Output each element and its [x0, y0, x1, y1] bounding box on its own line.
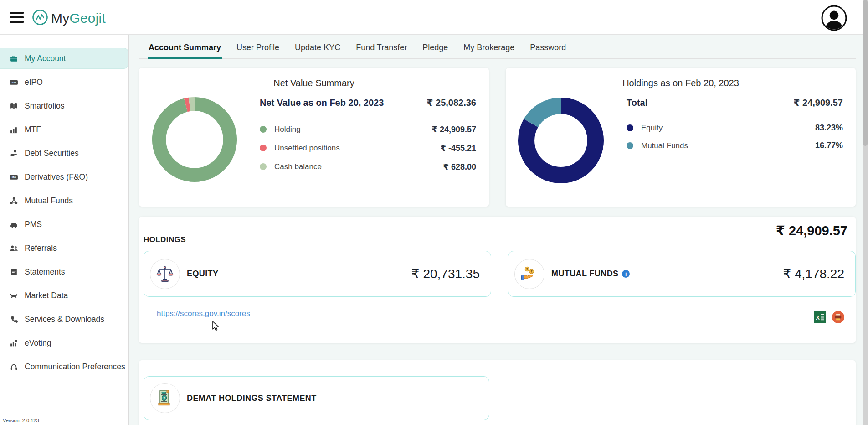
legend-row-mutual-funds: Mutual Funds 16.77%	[627, 137, 843, 155]
sidebar-item-label: Mutual Funds	[25, 196, 73, 206]
legend-value: ₹ 24,909.57	[431, 124, 476, 135]
hand-coin-icon	[9, 149, 18, 158]
net-value-summary-card: Net Value Summary Net Value as on Feb 20…	[139, 68, 489, 207]
scrollbar-thumb[interactable]	[863, 0, 868, 146]
sidebar-item-label: MTF	[25, 125, 41, 135]
sidebar-item-label: eIPO	[25, 78, 43, 87]
book-icon	[9, 101, 18, 110]
sidebar-item-label: Smartfolios	[25, 101, 65, 111]
holdings-as-on-card: Holdings as on Feb 20, 2023 Total ₹ 24,9…	[506, 68, 856, 207]
sidebar-item-pms[interactable]: PMS	[0, 214, 128, 235]
sidebar-item-label: Communication Preferences	[25, 362, 125, 372]
sidebar-item-my-account[interactable]: My Account	[0, 48, 128, 69]
net-value-as-on-label: Net Value as on Feb 20, 2023	[260, 98, 384, 108]
mutual-funds-value: ₹ 4,178.22	[783, 266, 844, 281]
total-amount: ₹ 24,909.57	[794, 97, 843, 108]
sidebar-item-eipo[interactable]: IPO eIPO	[0, 72, 128, 93]
mutual-funds-dot-icon	[627, 142, 633, 149]
holdings-section: HOLDINGS ₹ 24,909.57	[139, 217, 856, 343]
legend-label: Holding	[274, 125, 301, 134]
tab-my-brokerage[interactable]: My Brokerage	[462, 43, 515, 58]
demat-holdings-statement-card[interactable]: ₹ DEMAT HOLDINGS STATEMENT	[144, 376, 489, 420]
phone-icon	[9, 315, 18, 324]
sidebar-item-mutual-funds[interactable]: Mutual Funds	[0, 190, 128, 211]
bar-chart-icon	[9, 125, 18, 134]
holdings-legend: Equity 83.23% Mutual Funds 16.77%	[627, 119, 843, 155]
unsettled-dot-icon	[260, 145, 267, 151]
holding-dot-icon	[260, 126, 267, 133]
net-value-donut-chart	[151, 96, 238, 183]
mutual-funds-label: MUTUAL FUNDS	[551, 269, 630, 279]
tab-update-kyc[interactable]: Update KYC	[294, 43, 341, 58]
sidebar-item-mtf[interactable]: MTF	[0, 119, 128, 140]
brand-logo: MyGeojit	[32, 9, 106, 27]
tab-bar: Account Summary User Profile Update KYC …	[139, 35, 856, 59]
sidebar-item-debt-securities[interactable]: Debt Securities	[0, 143, 128, 164]
tab-fund-transfer[interactable]: Fund Transfer	[355, 43, 408, 58]
document-icon	[9, 267, 18, 276]
svg-text:IPO: IPO	[11, 176, 16, 179]
demat-section: ₹ DEMAT HOLDINGS STATEMENT	[139, 360, 856, 425]
sidebar-item-smartfolios[interactable]: Smartfolios	[0, 95, 128, 116]
mutual-funds-card[interactable]: ₹ ₹ MUTUAL FUNDS ₹ 4,178.22	[508, 251, 856, 297]
total-label: Total	[627, 98, 647, 108]
legend-value: 83.23%	[815, 123, 843, 133]
equity-card[interactable]: EQUITY ₹ 20,731.35	[144, 251, 491, 297]
user-avatar[interactable]	[821, 5, 847, 31]
statement-scroll-icon: ₹	[150, 383, 180, 413]
legend-row-holding: Holding ₹ 24,909.57	[260, 120, 476, 139]
sidebar-item-label: Derivatives (F&O)	[25, 172, 88, 182]
chart-up-icon	[9, 338, 18, 347]
sidebar-item-market-data[interactable]: Market Data	[0, 285, 128, 306]
sidebar-item-label: Statements	[25, 267, 65, 277]
app-header: MyGeojit	[0, 0, 868, 35]
sidebar-item-referrals[interactable]: Referrals	[0, 238, 128, 259]
tab-password[interactable]: Password	[529, 43, 567, 58]
network-icon	[9, 196, 18, 205]
brand-name: MyGeojit	[51, 10, 106, 26]
net-value-card-title: Net Value Summary	[139, 68, 489, 88]
hand-coins-icon: ₹ ₹	[514, 259, 544, 289]
version-label: Version: 2.0.123	[3, 418, 39, 423]
legend-value: 16.77%	[815, 141, 843, 150]
sidebar-item-statements[interactable]: Statements	[0, 261, 128, 282]
equity-dot-icon	[627, 124, 633, 131]
holdings-donut-chart	[518, 97, 604, 184]
equity-label: EQUITY	[187, 269, 218, 279]
holdings-card-title: Holdings as on Feb 20, 2023	[506, 68, 856, 88]
excel-export-icon[interactable]: X	[814, 311, 826, 325]
scores-link[interactable]: https://scores.gov.in/scores	[157, 309, 250, 318]
holdings-section-total: ₹ 24,909.57	[776, 223, 847, 238]
tab-user-profile[interactable]: User Profile	[236, 43, 280, 58]
legend-label: Cash balance	[274, 162, 322, 171]
hamburger-menu-icon[interactable]	[10, 12, 24, 23]
tab-account-summary[interactable]: Account Summary	[148, 43, 222, 58]
legend-row-equity: Equity 83.23%	[627, 119, 843, 137]
ipo-badge-icon: IPO	[9, 172, 18, 181]
mouse-cursor	[211, 321, 220, 335]
headphones-icon	[9, 362, 18, 371]
net-value-legend: Holding ₹ 24,909.57 Unsettled positions …	[260, 120, 476, 176]
legend-value: ₹ -455.21	[440, 143, 476, 153]
sidebar-item-label: PMS	[25, 220, 42, 229]
vertical-scrollbar[interactable]	[863, 0, 868, 425]
print-icon[interactable]	[832, 311, 845, 326]
sidebar-item-communication-preferences[interactable]: Communication Preferences	[0, 356, 128, 377]
sidebar-item-evoting[interactable]: eVoting	[0, 332, 128, 353]
sidebar-item-derivatives[interactable]: IPO Derivatives (F&O)	[0, 166, 128, 187]
sidebar-item-services-downloads[interactable]: Services & Downloads	[0, 309, 128, 330]
sidebar-item-label: Referrals	[25, 244, 57, 253]
equity-value: ₹ 20,731.35	[411, 266, 480, 281]
sidebar: My Account IPO eIPO Smartfolios MTF Debt…	[0, 35, 129, 425]
bull-icon	[9, 291, 18, 300]
info-icon[interactable]	[622, 270, 630, 278]
briefcase-icon	[9, 54, 18, 63]
people-icon	[9, 244, 18, 253]
ipo-badge-icon: IPO	[9, 78, 18, 87]
sidebar-item-label: eVoting	[25, 338, 51, 348]
legend-value: ₹ 628.00	[443, 162, 476, 172]
tab-pledge[interactable]: Pledge	[421, 43, 449, 58]
sidebar-item-label: Market Data	[25, 291, 68, 301]
legend-label: Unsettled positions	[274, 144, 340, 153]
svg-text:X: X	[816, 315, 820, 321]
